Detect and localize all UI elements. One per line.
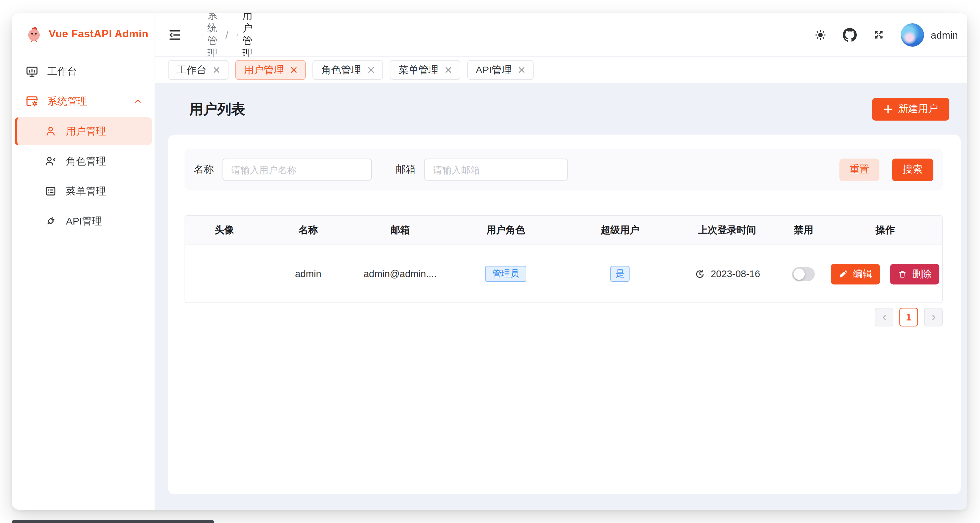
page-header: 用户列表 新建用户 <box>168 83 961 135</box>
chevron-right-icon <box>929 313 938 321</box>
fullscreen-icon[interactable] <box>873 29 885 41</box>
avatar <box>901 23 924 46</box>
last-login-value: 2023-08-16 <box>711 269 760 279</box>
top-bar: 系统管理 / 用户管理 <box>155 13 967 57</box>
app-window: Vue FastAPI Admin 工作台 <box>12 13 967 510</box>
screen: Vue FastAPI Admin 工作台 <box>0 0 980 523</box>
sidebar: Vue FastAPI Admin 工作台 <box>12 13 155 510</box>
page-1-button[interactable]: 1 <box>899 308 918 326</box>
app-title: Vue FastAPI Admin <box>49 28 149 40</box>
disabled-toggle[interactable] <box>792 267 815 281</box>
app-logo[interactable]: Vue FastAPI Admin <box>12 13 154 55</box>
sidebar-item-label: 角色管理 <box>66 155 106 168</box>
delete-label: 删除 <box>912 267 931 280</box>
system-window-gear-icon <box>202 29 203 40</box>
trash-icon <box>898 270 907 278</box>
close-icon[interactable] <box>518 67 525 73</box>
edit-button[interactable]: 编辑 <box>831 264 880 284</box>
cell-superuser: 是 <box>564 266 676 282</box>
tab-label: 角色管理 <box>321 64 361 76</box>
system-window-gear-icon <box>25 95 39 108</box>
github-icon[interactable] <box>843 28 857 41</box>
col-superuser: 超级用户 <box>564 224 676 237</box>
tab-label: 工作台 <box>177 64 207 76</box>
close-icon[interactable] <box>368 67 374 73</box>
users-table: 头像 名称 邮箱 用户角色 超级用户 上次登录时间 禁用 操作 admin <box>185 215 943 303</box>
tab-roles[interactable]: 角色管理 <box>312 60 383 80</box>
user-menu[interactable]: admin <box>901 23 958 46</box>
toggle-knob <box>794 268 805 280</box>
username: admin <box>931 29 958 40</box>
topbar-actions: admin <box>814 23 958 46</box>
filter-panel: 名称 邮箱 重置 搜索 <box>185 149 943 191</box>
user-icon <box>44 125 57 138</box>
content-area: 用户列表 新建用户 名称 邮箱 重置 搜索 <box>155 83 967 510</box>
cell-actions: 编辑 删除 <box>829 264 942 284</box>
tab-bar: 工作台 用户管理 角色管理 菜单管理 API管理 <box>155 57 967 83</box>
close-icon[interactable] <box>291 67 297 73</box>
sidebar-item-label: 工作台 <box>47 65 77 78</box>
menu-list-icon <box>44 184 57 198</box>
chick-logo-icon <box>25 25 43 43</box>
delete-button[interactable]: 删除 <box>890 264 939 284</box>
history-clock-icon <box>694 268 706 280</box>
theme-sun-icon[interactable] <box>814 28 827 41</box>
sidebar-item-workbench[interactable]: 工作台 <box>15 57 152 85</box>
name-filter-input[interactable] <box>223 159 372 181</box>
tab-menus[interactable]: 菜单管理 <box>390 60 460 80</box>
sidebar-item-menus[interactable]: 菜单管理 <box>15 177 152 205</box>
sidebar-item-system[interactable]: 系统管理 <box>15 87 152 115</box>
user-icon <box>236 29 238 40</box>
email-filter-input[interactable] <box>425 159 568 181</box>
add-user-label: 新建用户 <box>898 103 938 115</box>
col-actions: 操作 <box>829 224 942 237</box>
sidebar-item-roles[interactable]: 角色管理 <box>15 147 152 175</box>
sidebar-item-label: 菜单管理 <box>66 185 106 197</box>
close-icon[interactable] <box>445 67 452 73</box>
name-filter-label: 名称 <box>194 163 214 176</box>
role-icon <box>44 154 57 168</box>
close-icon[interactable] <box>213 67 220 73</box>
role-tag[interactable]: 管理员 <box>485 266 527 282</box>
table-header: 头像 名称 邮箱 用户角色 超级用户 上次登录时间 禁用 操作 <box>185 216 942 245</box>
col-disabled: 禁用 <box>778 224 829 237</box>
reset-button[interactable]: 重置 <box>839 158 880 181</box>
add-user-button[interactable]: 新建用户 <box>872 98 949 120</box>
table-row: admin admin@admin.... 管理员 是 <box>185 245 942 302</box>
col-name: 名称 <box>263 224 353 237</box>
main-area: 系统管理 / 用户管理 <box>155 13 967 510</box>
pagination: 1 <box>185 308 943 326</box>
breadcrumb: 系统管理 / 用户管理 <box>202 13 332 60</box>
pencil-icon <box>839 270 848 278</box>
next-page-button[interactable] <box>924 308 943 326</box>
email-filter-label: 邮箱 <box>396 163 416 176</box>
cell-name: admin <box>263 269 353 279</box>
content-card: 名称 邮箱 重置 搜索 头像 名称 邮箱 用户角色 <box>168 135 961 494</box>
cell-email: admin@admin.... <box>353 269 447 279</box>
tab-users[interactable]: 用户管理 <box>235 60 306 80</box>
breadcrumb-label: 用户管理 <box>242 13 253 60</box>
tab-label: API管理 <box>476 64 512 76</box>
sidebar-collapse-icon[interactable] <box>168 28 182 41</box>
cell-disabled <box>778 267 829 281</box>
sidebar-item-label: API管理 <box>66 215 102 227</box>
breadcrumb-separator: / <box>226 29 228 40</box>
chevron-up-icon <box>133 97 143 106</box>
col-role: 用户角色 <box>447 224 564 237</box>
sidebar-item-users[interactable]: 用户管理 <box>15 117 152 145</box>
plus-icon <box>883 104 893 114</box>
cell-last-login: 2023-08-16 <box>676 268 778 280</box>
breadcrumb-item-system[interactable]: 系统管理 <box>202 13 218 60</box>
prev-page-button[interactable] <box>875 308 893 326</box>
tab-label: 用户管理 <box>244 64 284 76</box>
bottom-edge-artifact <box>12 520 214 523</box>
breadcrumb-item-users[interactable]: 用户管理 <box>236 13 253 60</box>
breadcrumb-label: 系统管理 <box>207 13 218 60</box>
tab-api[interactable]: API管理 <box>467 60 534 80</box>
col-email: 邮箱 <box>353 224 447 237</box>
sidebar-item-label: 用户管理 <box>66 125 106 138</box>
sidebar-item-api[interactable]: API管理 <box>15 207 152 235</box>
search-button[interactable]: 搜索 <box>892 158 933 181</box>
chevron-left-icon <box>880 313 888 321</box>
tab-workbench[interactable]: 工作台 <box>168 60 229 80</box>
